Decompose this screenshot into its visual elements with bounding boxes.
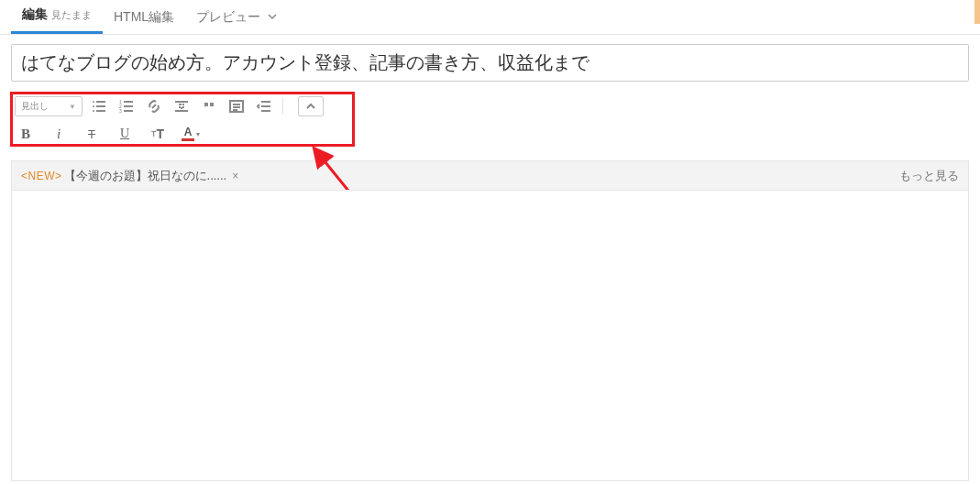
right-edge-accent xyxy=(974,0,980,24)
svg-point-2 xyxy=(93,105,94,107)
list-ol-icon: 1 2 3 xyxy=(119,99,134,114)
heading-select[interactable]: 見出し ▼ xyxy=(15,96,83,116)
blockquote-button[interactable] xyxy=(198,96,220,116)
tab-preview[interactable]: プレビュー xyxy=(185,2,288,34)
tab-html-edit[interactable]: HTML編集 xyxy=(103,2,185,34)
post-title-input[interactable] xyxy=(11,44,969,82)
svg-point-4 xyxy=(93,110,94,112)
tab-edit-label: 編集 xyxy=(22,6,48,23)
outdent-icon xyxy=(257,99,271,114)
chevron-up-icon xyxy=(305,101,316,112)
post-body-editor[interactable] xyxy=(11,190,969,481)
underline-button[interactable]: U xyxy=(114,124,136,144)
more-topics-link[interactable]: もっと見る xyxy=(899,168,959,184)
svg-text:3: 3 xyxy=(119,108,122,114)
tab-html-label: HTML編集 xyxy=(114,9,174,26)
toolbar-collapse-button[interactable] xyxy=(298,96,324,116)
new-badge: <NEW> xyxy=(21,170,62,182)
chevron-down-icon xyxy=(268,9,277,24)
topic-close-button[interactable]: × xyxy=(232,170,238,182)
weekly-topic-bar: <NEW> 【今週のお題】祝日なのに...... × もっと見る xyxy=(11,160,969,190)
paragraph-box-icon xyxy=(229,99,244,114)
editor-content xyxy=(12,190,968,481)
format-toolbar: 見出し ▼ 1 2 3 xyxy=(11,91,331,151)
tab-edit-wysiwyg[interactable]: 編集 見たまま xyxy=(11,0,103,34)
weekly-topic-text[interactable]: 【今週のお題】祝日なのに...... xyxy=(64,168,227,184)
italic-button[interactable]: i xyxy=(48,124,70,144)
caret-down-icon: ▾ xyxy=(196,130,200,138)
list-ul-icon xyxy=(92,99,106,114)
unordered-list-button[interactable] xyxy=(88,96,110,116)
svg-point-0 xyxy=(93,101,94,103)
read-more-button[interactable] xyxy=(171,96,193,116)
strikethrough-button[interactable]: T xyxy=(81,124,103,144)
fontsize-large-icon: T xyxy=(156,126,164,141)
font-size-button[interactable]: TT xyxy=(147,124,169,144)
link-icon xyxy=(147,99,161,114)
outdent-button[interactable] xyxy=(253,96,275,116)
title-row xyxy=(0,35,980,87)
tab-edit-sublabel: 見たまま xyxy=(51,8,92,22)
heading-select-label: 見出し xyxy=(21,100,49,113)
caret-down-icon: ▼ xyxy=(69,103,76,111)
font-color-icon: A xyxy=(182,126,194,141)
tab-preview-label: プレビュー xyxy=(196,9,260,26)
read-more-icon xyxy=(174,99,189,114)
editor-mode-tabs: 編集 見たまま HTML編集 プレビュー xyxy=(0,0,980,35)
quote-icon xyxy=(202,99,216,114)
ordered-list-button[interactable]: 1 2 3 xyxy=(116,96,138,116)
bold-button[interactable]: B xyxy=(15,124,37,144)
toolbar-separator xyxy=(282,98,283,115)
codeblock-button[interactable] xyxy=(226,96,248,116)
font-color-button[interactable]: A ▾ xyxy=(180,124,202,144)
link-button[interactable] xyxy=(143,96,165,116)
